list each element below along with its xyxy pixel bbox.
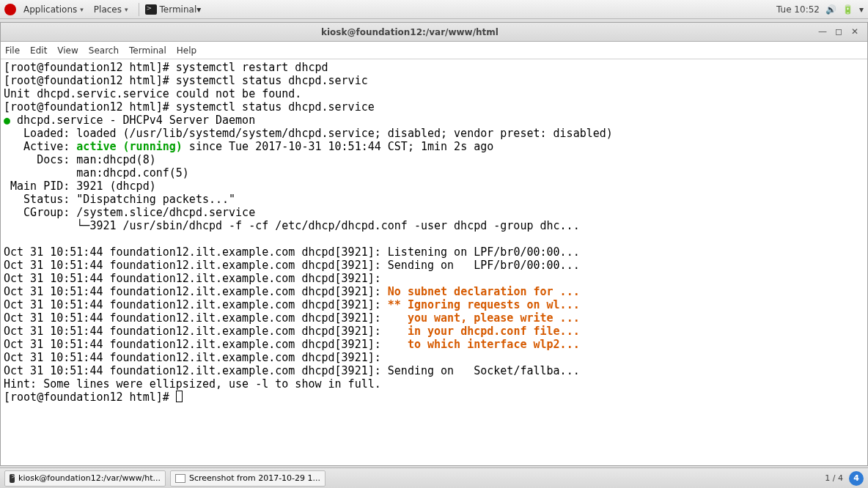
- menu-view[interactable]: View: [57, 45, 78, 56]
- terminal-content[interactable]: [root@foundation12 html]# systemctl rest…: [1, 59, 867, 465]
- menu-terminal[interactable]: Terminal: [129, 45, 166, 56]
- terminal-icon: [145, 4, 157, 15]
- workspace-badge[interactable]: 4: [849, 471, 864, 486]
- active-status: active (running): [76, 140, 183, 153]
- titlebar[interactable]: kiosk@foundation12:/var/www/html — ◻ ✕: [1, 23, 867, 42]
- warning-text: ** Ignoring requests on wl...: [388, 298, 580, 311]
- bottom-panel: kiosk@foundation12:/var/www/ht... Screen…: [0, 467, 868, 488]
- image-icon: [175, 474, 185, 483]
- maximize-button[interactable]: ◻: [832, 26, 845, 39]
- menu-edit[interactable]: Edit: [30, 45, 47, 56]
- terminal-launcher[interactable]: Terminal▾: [142, 3, 205, 16]
- system-tray: Tue 10:52 🔊 🔋 ▾: [776, 4, 864, 15]
- clock[interactable]: Tue 10:52: [776, 4, 820, 15]
- task-label: Screenshot from 2017-10-29 1...: [189, 473, 320, 483]
- cursor: [176, 391, 183, 402]
- close-button[interactable]: ✕: [848, 26, 861, 39]
- menu-file[interactable]: File: [5, 45, 20, 56]
- caret-down-icon: ▾: [125, 6, 128, 13]
- window-title: kiosk@foundation12:/var/www/html: [7, 27, 813, 37]
- menu-help[interactable]: Help: [177, 45, 196, 56]
- places-menu[interactable]: Places▾: [91, 3, 131, 16]
- task-screenshot[interactable]: Screenshot from 2017-10-29 1...: [170, 470, 326, 487]
- menu-search[interactable]: Search: [89, 45, 119, 56]
- terminal-launcher-label: Terminal: [160, 4, 197, 15]
- caret-down-icon: ▾: [196, 4, 201, 15]
- warning-text: you want, please write ...: [388, 311, 580, 325]
- terminal-window: kiosk@foundation12:/var/www/html — ◻ ✕ F…: [0, 22, 868, 466]
- task-terminal[interactable]: kiosk@foundation12:/var/www/ht...: [4, 470, 166, 487]
- caret-down-icon: ▾: [80, 6, 84, 13]
- volume-icon[interactable]: 🔊: [825, 4, 836, 15]
- menubar: File Edit View Search Terminal Help: [1, 42, 867, 59]
- fedora-hat-icon: [4, 4, 16, 15]
- top-panel: Applications▾ Places▾ Terminal▾ Tue 10:5…: [0, 0, 868, 19]
- terminal-icon: [10, 474, 15, 483]
- task-label: kiosk@foundation12:/var/www/ht...: [18, 473, 161, 483]
- warning-text: in your dhcpd.conf file...: [388, 325, 580, 338]
- applications-menu[interactable]: Applications▾: [21, 3, 87, 16]
- warning-text: No subnet declaration for ...: [388, 285, 580, 298]
- warning-text: to which interface wlp2...: [388, 338, 580, 351]
- separator: [139, 3, 139, 16]
- places-label: Places: [94, 4, 122, 15]
- applications-label: Applications: [23, 4, 77, 15]
- battery-icon[interactable]: 🔋: [842, 4, 853, 15]
- status-bullet-icon: ●: [4, 114, 10, 127]
- user-menu-caret-icon[interactable]: ▾: [859, 4, 864, 15]
- workspace-indicator[interactable]: 1 / 4: [825, 473, 843, 483]
- minimize-button[interactable]: —: [816, 26, 829, 39]
